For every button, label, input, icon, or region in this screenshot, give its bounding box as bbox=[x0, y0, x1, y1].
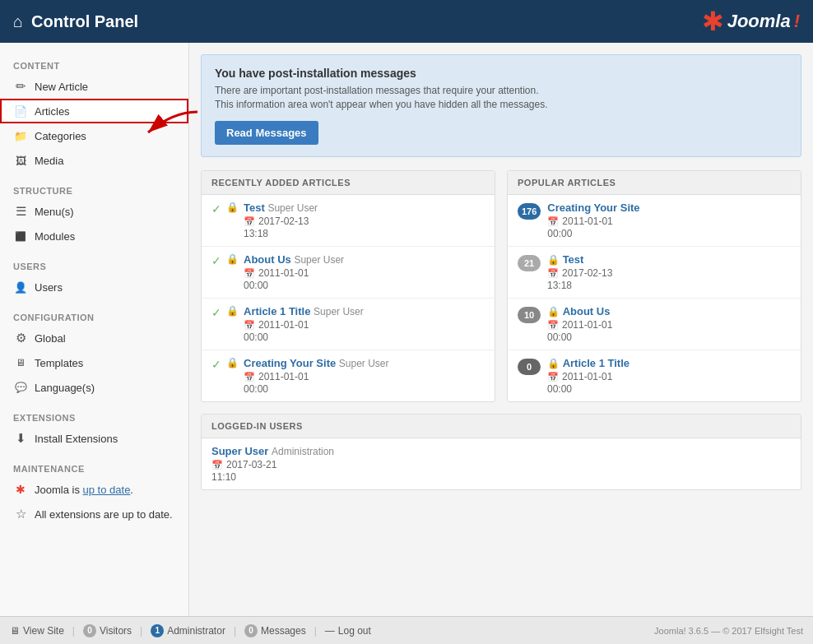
uptodate-link[interactable]: up to date bbox=[83, 484, 131, 496]
sidebar-item-extensions-uptodate: All extensions are up to date. bbox=[0, 502, 188, 526]
article-title[interactable]: Test bbox=[563, 253, 584, 266]
footer-left: 🖥 View Site | 0 Visitors | 1 Administrat… bbox=[10, 624, 371, 637]
sidebar-section-maintenance: MAINTENANCE bbox=[0, 456, 188, 477]
article-icon bbox=[13, 104, 28, 118]
footer-version: Joomla! 3.6.5 — © 2017 Elfsight Test bbox=[654, 626, 803, 636]
article-title[interactable]: Article 1 Title bbox=[563, 357, 629, 369]
article-meta: About Us Super User 📅2011-01-01 00:00 bbox=[244, 253, 485, 291]
divider: | bbox=[234, 625, 236, 637]
read-messages-button[interactable]: Read Messages bbox=[215, 121, 318, 145]
sidebar-item-install-extensions[interactable]: Install Extensions bbox=[0, 426, 188, 451]
logout-item[interactable]: — Log out bbox=[325, 625, 371, 637]
cal-icon: 📅 bbox=[547, 372, 559, 382]
notice-title: You have post-installation messages bbox=[215, 67, 787, 80]
list-item: ✓ 🔒 Creating Your Site Super User 📅2011-… bbox=[202, 350, 495, 401]
sidebar-item-languages[interactable]: Language(s) bbox=[0, 375, 188, 400]
loggedin-panel: LOGGED-IN USERS Super User Administratio… bbox=[201, 414, 801, 490]
admin-label: Administrator bbox=[167, 625, 225, 637]
list-item: 21 🔒 Test 📅2017-02-13 13:18 bbox=[508, 247, 801, 299]
article-time: 00:00 bbox=[547, 383, 791, 395]
article-time: 00:00 bbox=[244, 331, 485, 343]
view-site-link[interactable]: 🖥 View Site bbox=[10, 625, 64, 637]
sidebar-item-templates[interactable]: Templates bbox=[0, 350, 188, 375]
joomla-logo: ✱ Joomla! bbox=[702, 6, 800, 37]
article-title[interactable]: Creating Your Site bbox=[547, 202, 639, 214]
joomla-brand: Joomla bbox=[727, 11, 791, 32]
article-meta: Creating Your Site 📅2011-01-01 00:00 bbox=[547, 202, 791, 239]
check-icon: ✓ bbox=[211, 306, 221, 319]
module-icon bbox=[13, 229, 28, 243]
sidebar-item-new-article[interactable]: New Article bbox=[0, 74, 188, 99]
sidebar-item-global[interactable]: Global bbox=[0, 326, 188, 350]
cal-icon: 📅 bbox=[547, 268, 559, 279]
list-item: 176 Creating Your Site 📅2011-01-01 00:00 bbox=[508, 195, 801, 247]
article-meta: 🔒 About Us 📅2011-01-01 00:00 bbox=[547, 305, 791, 343]
messages-badge: 0 bbox=[244, 624, 258, 637]
sidebar-label-extensions-uptodate: All extensions are up to date. bbox=[35, 508, 173, 521]
sidebar-item-articles[interactable]: Articles bbox=[0, 99, 188, 123]
sidebar-item-menus[interactable]: Menu(s) bbox=[0, 199, 188, 224]
global-icon bbox=[13, 331, 28, 345]
visitors-item: 0 Visitors bbox=[83, 624, 132, 637]
joomla-icon bbox=[13, 482, 28, 497]
logout-dash-icon: — bbox=[325, 625, 335, 637]
visitors-label: Visitors bbox=[100, 625, 132, 637]
user-name: Super User bbox=[211, 445, 268, 457]
sidebar-section-configuration: CONFIGURATION bbox=[0, 304, 188, 326]
article-meta: Test Super User 📅2017-02-13 13:18 bbox=[244, 202, 485, 239]
sidebar-label-users: Users bbox=[35, 281, 63, 294]
sidebar-item-categories[interactable]: Categories bbox=[0, 123, 188, 148]
article-title[interactable]: About Us bbox=[244, 253, 291, 266]
view-site-label[interactable]: View Site bbox=[23, 625, 64, 637]
content-area: You have post-installation messages Ther… bbox=[189, 43, 813, 616]
messages-label: Messages bbox=[261, 625, 306, 637]
cal-icon: 📅 bbox=[244, 216, 255, 227]
divider: | bbox=[314, 625, 317, 637]
article-title[interactable]: Article 1 Title bbox=[244, 305, 310, 317]
article-time: 00:00 bbox=[244, 280, 485, 291]
check-icon: ✓ bbox=[211, 254, 221, 267]
sidebar-item-media[interactable]: Media bbox=[0, 148, 188, 173]
logout-label[interactable]: Log out bbox=[338, 625, 371, 637]
lock-icon: 🔒 bbox=[226, 253, 239, 265]
article-time: 00:00 bbox=[547, 228, 791, 239]
main-layout: CONTENT New Article Articles Categories … bbox=[0, 43, 813, 616]
home-icon[interactable]: ⌂ bbox=[13, 12, 23, 31]
monitor-icon: 🖥 bbox=[10, 625, 20, 637]
cal-icon: 📅 bbox=[547, 216, 559, 227]
install-icon bbox=[13, 431, 28, 446]
sidebar-item-joomla-uptodate: Joomla is up to date. bbox=[0, 477, 188, 502]
sidebar-label-install-extensions: Install Extensions bbox=[35, 433, 118, 445]
user-role: Administration bbox=[272, 446, 334, 457]
article-date-text: 2017-02-13 bbox=[258, 215, 309, 227]
count-badge: 21 bbox=[518, 255, 541, 271]
list-item: 0 🔒 Article 1 Title 📅2011-01-01 00:00 bbox=[508, 350, 801, 401]
cal-icon: 📅 bbox=[244, 268, 255, 279]
list-item: Super User Administration 📅2017-03-21 11… bbox=[202, 438, 801, 489]
sidebar-item-modules[interactable]: Modules bbox=[0, 224, 188, 248]
article-title[interactable]: About Us bbox=[563, 305, 611, 317]
recently-added-panel: RECENTLY ADDED ARTICLES ✓ 🔒 Test Super U… bbox=[201, 170, 495, 402]
admin-badge: 1 bbox=[151, 624, 164, 637]
star-icon bbox=[13, 507, 28, 521]
article-meta: 🔒 Test 📅2017-02-13 13:18 bbox=[547, 253, 791, 291]
list-item: ✓ 🔒 Test Super User 📅2017-02-13 13:18 bbox=[202, 195, 495, 247]
lock-icon: 🔒 bbox=[547, 306, 560, 317]
lock-icon: 🔒 bbox=[226, 305, 239, 317]
sidebar-section-users: USERS bbox=[0, 253, 188, 275]
count-badge: 10 bbox=[518, 307, 541, 323]
category-icon bbox=[13, 128, 28, 143]
article-author: Super User bbox=[294, 254, 344, 266]
article-title[interactable]: Test bbox=[244, 202, 265, 214]
article-meta: Article 1 Title Super User 📅2011-01-01 0… bbox=[244, 305, 485, 343]
article-title[interactable]: Creating Your Site bbox=[244, 357, 336, 369]
joomla-exclamation: ! bbox=[794, 11, 800, 32]
footer: 🖥 View Site | 0 Visitors | 1 Administrat… bbox=[0, 616, 813, 644]
article-date-text: 2011-01-01 bbox=[258, 319, 309, 331]
notice-line2: This information area won't appear when … bbox=[215, 99, 787, 110]
count-badge: 0 bbox=[518, 359, 541, 375]
sidebar-label-joomla-uptodate: Joomla is up to date. bbox=[35, 484, 133, 496]
users-icon bbox=[13, 280, 28, 294]
sidebar-label-languages: Language(s) bbox=[35, 382, 95, 394]
sidebar-item-users[interactable]: Users bbox=[0, 275, 188, 299]
